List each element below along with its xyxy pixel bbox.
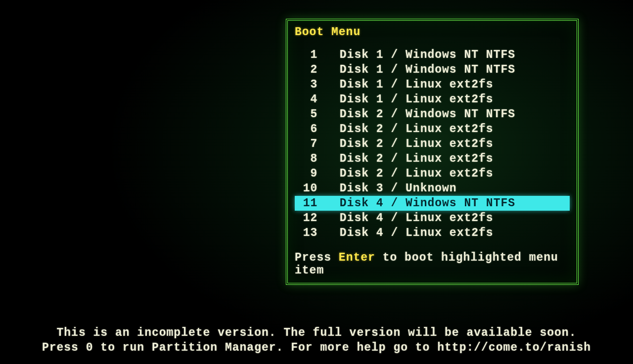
boot-menu-item[interactable]: 1 Disk 1 / Windows NT NTFS (295, 47, 570, 62)
boot-menu-item[interactable]: 7 Disk 2 / Linux ext2fs (295, 136, 570, 151)
boot-menu-item[interactable]: 10 Disk 3 / Unknown (295, 181, 570, 196)
boot-hint-pre: Press (295, 251, 339, 264)
boot-menu-item[interactable]: 5 Disk 2 / Windows NT NTFS (295, 107, 570, 122)
boot-menu-items: 1 Disk 1 / Windows NT NTFS 2 Disk 1 / Wi… (295, 47, 570, 240)
boot-menu-item[interactable]: 13 Disk 4 / Linux ext2fs (295, 226, 570, 240)
boot-menu-item[interactable]: 4 Disk 1 / Linux ext2fs (295, 92, 570, 107)
boot-menu-title: Boot Menu (295, 26, 570, 39)
boot-menu-item[interactable]: 11 Disk 4 / Windows NT NTFS (295, 196, 570, 211)
boot-menu-item[interactable]: 12 Disk 4 / Linux ext2fs (295, 211, 570, 226)
boot-menu-item[interactable]: 8 Disk 2 / Linux ext2fs (295, 151, 570, 166)
boot-menu-item[interactable]: 6 Disk 2 / Linux ext2fs (295, 122, 570, 136)
boot-menu-box: Boot Menu 1 Disk 1 / Windows NT NTFS 2 D… (286, 19, 579, 285)
boot-menu-item[interactable]: 2 Disk 1 / Windows NT NTFS (295, 62, 570, 77)
boot-hint: Press Enter to boot highlighted menu ite… (295, 251, 570, 277)
footer-line-1: This is an incomplete version. The full … (0, 325, 633, 340)
footer-line-2: Press 0 to run Partition Manager. For mo… (0, 340, 633, 355)
boot-menu-item[interactable]: 3 Disk 1 / Linux ext2fs (295, 77, 570, 92)
boot-hint-key: Enter (339, 251, 375, 264)
boot-menu-item[interactable]: 9 Disk 2 / Linux ext2fs (295, 166, 570, 181)
footer-notice: This is an incomplete version. The full … (0, 325, 633, 355)
